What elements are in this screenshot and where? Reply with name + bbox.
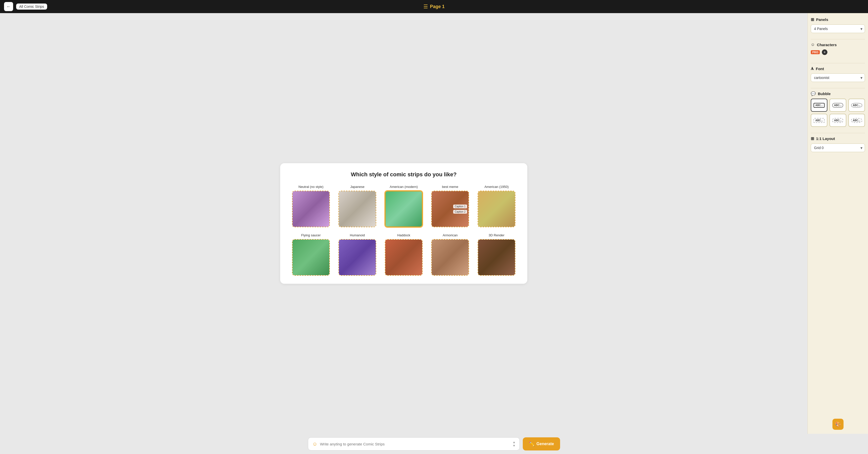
breadcrumb: All Comic Strips — [16, 3, 47, 9]
style-label-humanoid: Humanoid — [350, 233, 365, 237]
style-label-haddock: Haddock — [397, 233, 410, 237]
panels-icon: ⊞ — [811, 17, 814, 22]
style-card: Which style of comic strips do you like?… — [280, 163, 527, 284]
panels-select[interactable]: 4 Panels — [811, 25, 865, 33]
style-item-best-meme: best memeCaption 1Caption 2 — [430, 185, 471, 227]
style-label-flying-saucer: Flying saucer — [301, 233, 320, 237]
panels-label: Panels — [816, 18, 828, 22]
pro-badge: PRO — [811, 50, 820, 54]
generate-icon: ✏️ — [529, 441, 534, 447]
cc-icon-button[interactable]: 🎨 — [832, 419, 843, 430]
bubble-option-cloud[interactable]: ABC... — [848, 99, 865, 112]
style-label-neutral: Neutral (no style) — [299, 185, 323, 189]
bubble-header: 💬 Bubble — [811, 91, 865, 96]
style-item-american-1950: American (1950) — [476, 185, 517, 227]
layout-icon: ⊞ — [811, 136, 814, 141]
bubble-option-dotted2[interactable]: ABC... — [829, 114, 846, 127]
style-image-humanoid[interactable] — [338, 239, 376, 276]
layout-select-wrapper[interactable]: Grid 0 — [811, 144, 865, 152]
style-item-armorican: Armorican — [430, 233, 471, 276]
font-label: Font — [816, 67, 824, 71]
arrow-up-button[interactable]: ▲ — [513, 441, 516, 444]
prompt-icon: ☺ — [312, 441, 317, 447]
bubble-option-dotted1[interactable]: ABC... — [811, 114, 828, 127]
styles-grid: Neutral (no style)JapaneseAmerican (mode… — [290, 185, 517, 276]
style-image-haddock[interactable] — [385, 239, 423, 276]
prompt-input[interactable] — [320, 442, 510, 446]
style-image-flying-saucer[interactable] — [292, 239, 330, 276]
style-image-american-1950[interactable] — [477, 191, 516, 227]
font-section: 𝐀 Font cartoonist — [811, 66, 865, 82]
layout-label: 1:1 Layout — [816, 137, 835, 141]
caption-overlay: Caption 1Caption 2 — [453, 205, 467, 214]
font-header: 𝐀 Font — [811, 66, 865, 71]
menu-icon: ☰ — [424, 3, 428, 9]
style-item-flying-saucer: Flying saucer — [290, 233, 332, 276]
sidebar-bottom-area: 🎨 — [811, 417, 865, 430]
style-image-japanese[interactable] — [338, 191, 376, 227]
back-button[interactable]: ← — [4, 2, 13, 11]
style-label-american-modern: American (modern) — [390, 185, 417, 189]
style-image-neutral[interactable] — [292, 191, 330, 227]
divider-2 — [811, 63, 865, 63]
bubble-label: Bubble — [818, 92, 831, 96]
add-character-button[interactable]: + — [822, 50, 828, 55]
style-label-armorican: Armorican — [442, 233, 458, 237]
bubble-option-dotted3[interactable]: ABC... — [848, 114, 865, 127]
arrow-down-button[interactable]: ▼ — [513, 444, 516, 447]
generate-button[interactable]: ✏️ Generate — [523, 437, 560, 451]
style-image-3d-render[interactable] — [477, 239, 516, 276]
style-item-humanoid: Humanoid — [337, 233, 378, 276]
font-select-wrapper[interactable]: cartoonist — [811, 73, 865, 82]
character-icon: ☺ — [811, 42, 815, 47]
style-image-american-modern[interactable] — [385, 191, 423, 227]
right-sidebar: ⊞ Panels 4 Panels ☺ Characters PRO + — [807, 13, 868, 434]
panels-header: ⊞ Panels — [811, 17, 865, 22]
prompt-input-wrap: ☺ ▲ ▼ — [308, 437, 520, 451]
bubble-section: 💬 Bubble ABC...ABC...ABC...ABC...ABC...A… — [811, 91, 865, 127]
characters-section: ☺ Characters PRO + — [811, 42, 865, 57]
panels-section: ⊞ Panels 4 Panels — [811, 17, 865, 33]
generate-label: Generate — [536, 442, 554, 446]
pro-row: PRO + — [811, 50, 865, 55]
style-label-3d-render: 3D Render — [489, 233, 505, 237]
caption2: Caption 2 — [453, 210, 467, 214]
layout-header: ⊞ 1:1 Layout — [811, 136, 865, 141]
style-item-neutral: Neutral (no style) — [290, 185, 332, 227]
bottom-bar: ☺ ▲ ▼ ✏️ Generate — [0, 434, 868, 454]
font-icon: 𝐀 — [811, 66, 814, 71]
bubble-option-rect[interactable]: ABC... — [811, 99, 828, 112]
style-item-japanese: Japanese — [337, 185, 378, 227]
cc-icon: 🎨 — [835, 421, 841, 427]
style-item-3d-render: 3D Render — [476, 233, 517, 276]
bubble-icon: 💬 — [811, 91, 816, 96]
style-label-american-1950: American (1950) — [485, 185, 509, 189]
layout-select[interactable]: Grid 0 — [811, 144, 865, 152]
panels-select-wrapper[interactable]: 4 Panels — [811, 25, 865, 33]
characters-header: ☺ Characters — [811, 42, 865, 47]
topbar: ← All Comic Strips ☰ Page 1 — [0, 0, 868, 13]
style-image-best-meme[interactable]: Caption 1Caption 2 — [431, 191, 469, 227]
bubble-grid: ABC...ABC...ABC...ABC...ABC...ABC... — [811, 99, 865, 127]
main-layout: Which style of comic strips do you like?… — [0, 13, 868, 434]
prompt-arrows: ▲ ▼ — [513, 441, 516, 447]
style-label-japanese: Japanese — [350, 185, 364, 189]
layout-section: ⊞ 1:1 Layout Grid 0 — [811, 136, 865, 152]
style-image-armorican[interactable] — [431, 239, 469, 276]
page-title-area: ☰ Page 1 — [424, 3, 444, 9]
center-content: Which style of comic strips do you like?… — [0, 13, 807, 434]
font-select[interactable]: cartoonist — [811, 73, 865, 82]
page-title: Page 1 — [430, 4, 444, 9]
divider-3 — [811, 88, 865, 88]
card-title: Which style of comic strips do you like? — [290, 171, 517, 178]
style-item-haddock: Haddock — [383, 233, 425, 276]
style-label-best-meme: best meme — [442, 185, 458, 189]
caption1: Caption 1 — [453, 205, 467, 208]
divider-1 — [811, 39, 865, 39]
characters-label: Characters — [817, 42, 836, 47]
divider-4 — [811, 133, 865, 133]
bubble-option-rounded[interactable]: ABC... — [829, 99, 846, 112]
style-item-american-modern: American (modern) — [383, 185, 425, 227]
